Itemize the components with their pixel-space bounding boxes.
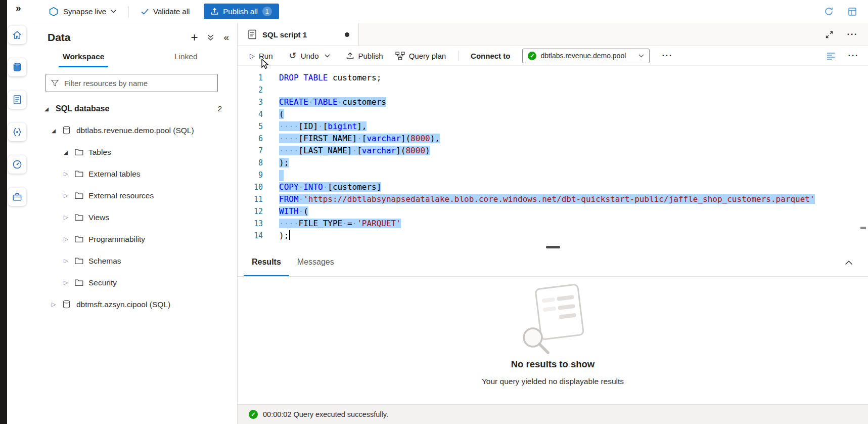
more-toolbar-actions-icon[interactable]: ··· [662,51,672,61]
publish-upload-icon [346,52,354,60]
divider [128,6,129,17]
editor-scrollbar-mark[interactable] [860,227,866,229]
editor-toolbar: ▷ Run ↺ Undo Publish Query plan Connect … [238,46,868,66]
line-number: 7 [238,145,263,157]
expand-node-icon[interactable]: ▷ [64,236,75,242]
upload-icon [211,8,218,15]
database-icon [63,300,76,309]
collapse-node-icon[interactable]: ◢ [64,149,75,155]
tree-item-external-tables[interactable]: ▷External tables [32,163,237,185]
tree-item-dbtlabs-revenue-demo-pool-sql[interactable]: ◢dbtlabs.revenue.demo.pool (SQL) [32,119,237,141]
code-line-2[interactable]: 2 [238,84,868,96]
workspace-switcher[interactable]: Synapse live [49,7,116,17]
more-options-icon[interactable]: ··· [848,51,859,61]
tab-messages[interactable]: Messages [289,249,342,276]
code-line-6[interactable]: 6····[FIRST_NAME]·[varchar](8000), [238,133,868,145]
tree-item-label: External resources [88,191,154,200]
tree-item-label: Programmability [88,235,145,244]
code-line-7[interactable]: 7····[LAST_NAME]·[varchar](8000) [238,145,868,157]
query-plan-button[interactable]: Query plan [395,52,446,60]
collapse-node-icon[interactable]: ◢ [44,106,56,112]
undo-button[interactable]: ↺ Undo [289,51,319,60]
pool-status-check-icon: ✓ [528,52,536,60]
validate-all-button[interactable]: Validate all [141,7,190,16]
line-number: 10 [238,181,263,193]
line-number: 13 [238,218,263,230]
format-lines-button[interactable] [827,52,835,60]
expand-node-icon[interactable]: ▷ [64,279,75,286]
tab-messages-label: Messages [297,258,334,267]
expand-node-icon[interactable]: ▷ [64,192,75,199]
nav-monitor[interactable] [8,155,26,174]
clipboard-icon [848,7,857,16]
nav-manage[interactable] [8,188,26,206]
tab-workspace[interactable]: Workspace [32,48,135,67]
code-line-5[interactable]: 5····[ID]·[bigint], [238,120,868,133]
filter-icon [51,79,59,87]
tree-item-external-resources[interactable]: ▷External resources [32,185,237,206]
expand-node-icon[interactable]: ▷ [64,214,75,221]
tree-item-views[interactable]: ▷Views [32,206,237,228]
code-line-3[interactable]: 3CREATE·TABLE·customers [238,96,868,108]
nav-home[interactable] [8,26,26,44]
folder-icon [75,279,88,286]
collapse-all-icon[interactable] [207,34,214,41]
publish-button[interactable]: Publish [346,52,383,60]
code-lines: 1DROP TABLE customers;23CREATE·TABLE·cus… [238,72,868,242]
tab-results[interactable]: Results [244,249,289,276]
expand-node-icon[interactable]: ▷ [64,171,75,177]
code-line-12[interactable]: 12WITH·( [238,205,868,218]
nav-data[interactable] [8,58,26,76]
pipeline-icon [12,126,23,138]
line-number: 9 [238,169,263,181]
code-line-10[interactable]: 10COPY·INTO·[customers] [238,181,868,193]
top-command-bar: Synapse live Validate all Publish all 1 [32,0,868,23]
tab-linked[interactable]: Linked [135,48,238,67]
filter-resources-input[interactable] [63,78,212,88]
undo-dropdown-button[interactable] [325,54,330,58]
chevron-double-right-icon[interactable]: » [16,3,21,14]
code-line-8[interactable]: 8); [238,157,868,169]
tree-item-programmability[interactable]: ▷Programmability [32,228,237,250]
nav-integrate[interactable] [8,123,26,141]
tree-item-sql-database[interactable]: ◢SQL database2 [32,98,237,119]
expand-node-icon[interactable]: ▷ [52,301,63,308]
tab-sql-script-1[interactable]: SQL script 1 [238,23,359,46]
connect-to-label: Connect to [471,52,510,60]
tree-item-security[interactable]: ▷Security [32,272,237,293]
run-label: Run [259,52,273,60]
sql-code-editor[interactable]: 1DROP TABLE customers;23CREATE·TABLE·cus… [238,66,868,249]
refresh-button[interactable] [824,7,834,16]
sidebar-header: Data + « [32,23,237,44]
run-button[interactable]: ▷ Run [250,52,273,60]
code-line-13[interactable]: 13····FILE_TYPE·=·'PARQUET' [238,218,868,230]
collapse-node-icon[interactable]: ◢ [52,128,63,134]
line-number: 2 [238,84,263,96]
add-resource-button[interactable]: + [191,31,198,44]
unsaved-indicator [345,32,349,37]
clipboard-button[interactable] [848,7,857,16]
code-line-4[interactable]: 4( [238,108,868,120]
collapse-results-button[interactable] [845,249,868,276]
code-line-1[interactable]: 1DROP TABLE customers; [238,72,868,84]
text-cursor [289,230,290,240]
nav-develop[interactable] [8,91,26,109]
pool-selector[interactable]: ✓ dbtlabs.revenue.demo.pool [522,49,650,63]
left-edge-strip [0,0,7,424]
expand-editor-button[interactable] [826,31,833,38]
collapse-sidebar-icon[interactable]: « [223,32,229,43]
chevron-down-icon [111,10,116,13]
more-tab-actions-icon[interactable]: ··· [847,29,858,39]
code-line-14[interactable]: 14); [238,230,868,242]
tree-item-tables[interactable]: ◢Tables [32,141,237,163]
code-line-11[interactable]: 11FROM·'https://dbtlabsynapsedatalake.bl… [238,193,868,205]
publish-all-label: Publish all [223,7,257,16]
pane-resize-handle[interactable] [546,246,560,248]
tree-item-schemas[interactable]: ▷Schemas [32,250,237,272]
code-line-9[interactable]: 9 [238,169,868,181]
tree-item-dbtmsft-azsyn-cipool-sql[interactable]: ▷dbtmsft.azsyn.cipool (SQL) [32,293,237,315]
filter-resources-box [45,74,218,92]
line-number: 5 [238,120,263,133]
expand-node-icon[interactable]: ▷ [64,258,75,264]
publish-all-button[interactable]: Publish all 1 [204,4,279,19]
